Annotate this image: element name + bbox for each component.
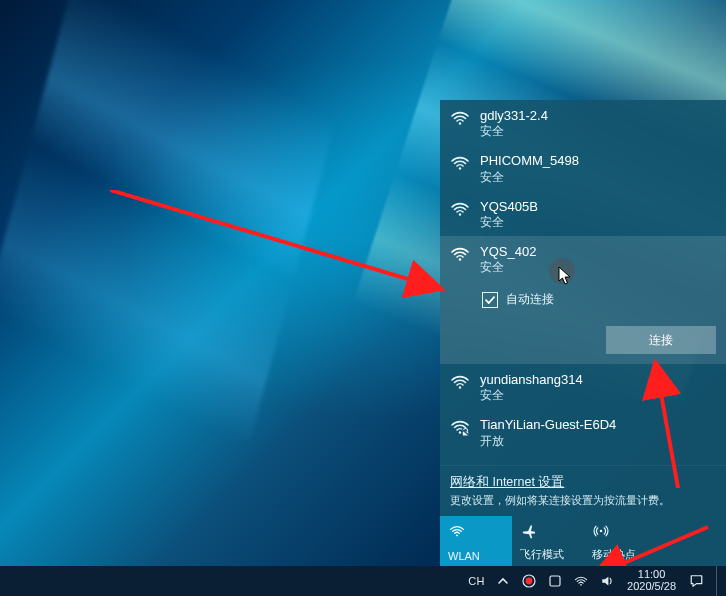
desktop: gdly331-2.4 安全 PHICOMM_5498 安全 YQS40 xyxy=(0,0,726,596)
network-settings-link[interactable]: 网络和 Internet 设置 xyxy=(450,474,564,491)
tile-label: 飞行模式 xyxy=(520,547,578,562)
wifi-secure-icon xyxy=(450,153,470,173)
tray-app-icon[interactable] xyxy=(547,573,563,589)
network-security: 安全 xyxy=(480,388,583,403)
clock-date: 2020/5/28 xyxy=(627,581,676,593)
network-item-selected[interactable]: YQS_402 安全 自动连接 连接 xyxy=(440,236,726,364)
wifi-open-icon xyxy=(450,417,470,437)
action-center-icon[interactable] xyxy=(688,573,704,589)
network-ssid: PHICOMM_5498 xyxy=(480,153,579,169)
taskbar: CH 11:00 2020/5/28 xyxy=(0,566,726,596)
network-settings-desc: 更改设置，例如将某连接设置为按流量计费。 xyxy=(450,493,716,508)
network-ssid: yundianshang314 xyxy=(480,372,583,388)
network-tray-icon[interactable] xyxy=(573,573,589,589)
connect-button[interactable]: 连接 xyxy=(606,326,716,354)
network-text: gdly331-2.4 安全 xyxy=(480,108,548,139)
wifi-secure-icon xyxy=(450,244,470,264)
checkbox-checked-icon xyxy=(482,292,498,308)
svg-point-15 xyxy=(580,584,582,586)
system-tray: CH 11:00 2020/5/28 xyxy=(462,566,726,596)
tile-airplane-mode[interactable]: 飞行模式 xyxy=(512,516,584,566)
network-flyout: gdly331-2.4 安全 PHICOMM_5498 安全 YQS40 xyxy=(440,100,726,566)
svg-point-13 xyxy=(526,578,533,585)
taskbar-clock[interactable]: 11:00 2020/5/28 xyxy=(625,569,678,592)
network-ssid: TianYiLian-Guest-E6D4 xyxy=(480,417,616,433)
auto-connect-label: 自动连接 xyxy=(506,291,554,308)
svg-point-0 xyxy=(459,122,461,124)
svg-point-7 xyxy=(456,534,458,536)
ime-indicator[interactable]: CH xyxy=(468,575,485,587)
network-item[interactable]: TianYiLian-Guest-E6D4 开放 xyxy=(440,409,726,454)
show-desktop-button[interactable] xyxy=(716,566,722,596)
tile-label: WLAN xyxy=(448,550,506,562)
network-item[interactable]: YQS405B 安全 xyxy=(440,191,726,236)
svg-point-5 xyxy=(459,432,461,434)
tray-overflow-chevron-icon[interactable] xyxy=(495,573,511,589)
network-settings-area: 网络和 Internet 设置 更改设置，例如将某连接设置为按流量计费。 xyxy=(440,465,726,516)
svg-point-4 xyxy=(459,386,461,388)
network-security: 安全 xyxy=(480,260,536,275)
network-text: TianYiLian-Guest-E6D4 开放 xyxy=(480,417,616,448)
svg-rect-14 xyxy=(550,576,560,586)
network-ssid: gdly331-2.4 xyxy=(480,108,548,124)
svg-point-3 xyxy=(459,258,461,260)
svg-point-1 xyxy=(459,168,461,170)
network-security: 开放 xyxy=(480,434,616,449)
svg-point-2 xyxy=(459,213,461,215)
tile-wlan[interactable]: WLAN xyxy=(440,516,512,566)
wifi-secure-icon xyxy=(450,372,470,392)
network-text: YQS_402 安全 xyxy=(480,244,536,275)
network-item[interactable]: yundianshang314 安全 xyxy=(440,364,726,409)
network-text: yundianshang314 安全 xyxy=(480,372,583,403)
wifi-secure-icon xyxy=(450,199,470,219)
network-item[interactable]: gdly331-2.4 安全 xyxy=(440,100,726,145)
network-list: gdly331-2.4 安全 PHICOMM_5498 安全 YQS40 xyxy=(440,100,726,465)
network-ssid: YQS_402 xyxy=(480,244,536,260)
network-security: 安全 xyxy=(480,124,548,139)
auto-connect-checkbox[interactable]: 自动连接 xyxy=(450,285,554,310)
airplane-icon xyxy=(520,522,578,540)
svg-point-8 xyxy=(600,530,603,533)
hotspot-icon xyxy=(592,522,650,540)
tile-label: 移动热点 xyxy=(592,547,650,562)
wifi-icon xyxy=(448,522,506,540)
network-ssid: YQS405B xyxy=(480,199,538,215)
quick-action-tiles: WLAN 飞行模式 移动热点 xyxy=(440,516,726,566)
network-security: 安全 xyxy=(480,170,579,185)
volume-tray-icon[interactable] xyxy=(599,573,615,589)
network-text: PHICOMM_5498 安全 xyxy=(480,153,579,184)
wifi-secure-icon xyxy=(450,108,470,128)
network-item[interactable]: PHICOMM_5498 安全 xyxy=(440,145,726,190)
network-text: YQS405B 安全 xyxy=(480,199,538,230)
recording-indicator-icon[interactable] xyxy=(521,573,537,589)
tile-hotspot[interactable]: 移动热点 xyxy=(584,516,656,566)
network-security: 安全 xyxy=(480,215,538,230)
